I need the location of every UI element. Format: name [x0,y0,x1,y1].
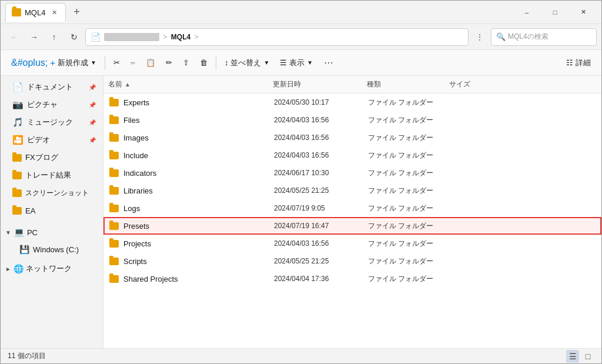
tab-close-button[interactable]: ✕ [49,7,59,18]
cell-type: ファイル フォルダー [368,151,450,161]
sidebar-item-ea[interactable]: EA [3,202,101,219]
cell-type: ファイル フォルダー [368,203,450,213]
up-button[interactable]: ↑ [45,28,63,46]
sidebar-item-trade[interactable]: トレード結果 [3,166,101,184]
detail-button[interactable]: ☷ 詳細 [561,53,596,73]
table-row[interactable]: Presets 2024/07/19 16:47 ファイル フォルダー [103,217,601,235]
fxblog-folder-icon [12,154,22,162]
maximize-button[interactable]: □ [541,3,568,22]
col-header-date[interactable]: 更新日時 [273,79,367,89]
refresh-button[interactable]: ↻ [65,28,83,46]
cell-date: 2024/06/17 10:30 [274,169,368,177]
view-label: 表示 [289,58,305,68]
cell-type: ファイル フォルダー [368,168,450,178]
toolbar-separator-2 [216,56,216,70]
table-row[interactable]: Files 2024/04/03 16:56 ファイル フォルダー [103,111,601,129]
more-button[interactable]: ⋯ [319,53,339,73]
search-box[interactable]: 🔍 MQL4の検索 [491,28,597,46]
sidebar-item-documents[interactable]: 📄 ドキュメント 📌 [3,78,101,96]
grid-view-button[interactable]: □ [581,350,594,363]
table-row[interactable]: Projects 2024/04/03 16:56 ファイル フォルダー [103,235,601,252]
table-row[interactable]: Experts 2024/05/30 10:17 ファイル フォルダー [103,93,601,111]
view-icon-toolbar: ☰ [280,58,287,67]
file-list: Experts 2024/05/30 10:17 ファイル フォルダー File… [103,93,601,348]
delete-button[interactable]: 🗑 [195,53,212,73]
cell-type: ファイル フォルダー [368,256,450,266]
back-button[interactable]: ← [5,28,23,46]
forward-button[interactable]: → [25,28,43,46]
view-chevron-icon: ▼ [307,59,313,66]
minimize-button[interactable]: – [513,3,540,22]
cell-name: Images [109,133,274,142]
table-row[interactable]: Logs 2024/07/19 9:05 ファイル フォルダー [103,199,601,217]
pin-icon-music: 📌 [89,119,96,126]
cell-date: 2024/07/19 9:05 [274,204,368,212]
cell-date: 2024/04/04 17:36 [274,275,368,283]
address-box[interactable]: 📄 path hidden > MQL4 > [85,28,469,46]
table-row[interactable]: Indicators 2024/06/17 10:30 ファイル フォルダー [103,164,601,182]
table-row[interactable]: Scripts 2024/05/25 21:25 ファイル フォルダー [103,252,601,270]
cell-type: ファイル フォルダー [368,274,450,284]
toolbar: &#oplus; + 新規作成 ▼ ✂ ⎓ 📋 ✏ ⇧ 🗑 ↕ 並べ替え ▼ [1,50,601,76]
table-row[interactable]: Images 2024/04/03 16:56 ファイル フォルダー [103,129,601,146]
sidebar-label-windows: Windows (C:) [33,245,79,254]
tab-mql4[interactable]: MQL4 ✕ [5,3,66,22]
trade-folder-icon [12,172,22,179]
tab-folder-icon [12,8,21,16]
col-header-type[interactable]: 種類 [367,79,449,89]
cell-date: 2024/05/30 10:17 [274,98,368,106]
sidebar-pc-collapse[interactable]: ▼ 💻 PC [1,224,103,241]
pin-icon-documents: 📌 [89,84,96,91]
sidebar-item-fxblog[interactable]: FXブログ [3,149,101,166]
rename-button[interactable]: ✏ [161,53,177,73]
sidebar-item-screenshot[interactable]: スクリーンショット [3,184,101,202]
col-header-size[interactable]: サイズ [449,79,496,89]
cell-name: Presets [109,222,274,231]
new-chevron-icon: ▼ [91,59,96,66]
address-path-blurred: path hidden > MQL4 > [104,33,463,41]
rename-icon: ✏ [166,58,172,67]
table-row[interactable]: Libraries 2024/05/25 21:25 ファイル フォルダー [103,182,601,199]
ea-folder-icon [12,207,22,215]
cell-name: Projects [109,239,274,248]
main-content: 📄 ドキュメント 📌 📷 ピクチャ 📌 🎵 ミュージック 📌 🎦 ビデオ 📌 [1,76,601,348]
new-tab-button[interactable]: + [68,4,85,21]
cut-button[interactable]: ✂ [109,53,125,73]
sidebar-item-windows[interactable]: 💾 Windows (C:) [3,241,101,258]
statusbar: 11 個の項目 ☰ □ [1,348,601,363]
col-header-name[interactable]: 名前 ▲ [108,79,273,89]
sidebar-label-network: ネットワーク [26,263,72,274]
cell-type: ファイル フォルダー [368,239,450,249]
list-view-button[interactable]: ☰ [566,350,579,363]
cell-type: ファイル フォルダー [368,221,450,231]
sort-button[interactable]: ↕ 並べ替え ▼ [220,53,274,73]
cell-date: 2024/04/03 16:56 [274,239,368,248]
table-row[interactable]: Include 2024/04/03 16:56 ファイル フォルダー [103,146,601,164]
sidebar-item-pictures[interactable]: 📷 ピクチャ 📌 [3,96,101,113]
file-header: 名前 ▲ 更新日時 種類 サイズ [103,76,601,93]
sidebar-item-music[interactable]: 🎵 ミュージック 📌 [3,113,101,131]
detail-label: 詳細 [576,58,591,68]
sidebar-label-pictures: ピクチャ [27,99,58,110]
toolbar-separator-1 [105,56,105,70]
music-icon: 🎵 [12,117,24,128]
share-button[interactable]: ⇧ [178,53,194,73]
tab-label: MQL4 [25,8,45,17]
sidebar-item-video[interactable]: 🎦 ビデオ 📌 [3,131,101,149]
table-row[interactable]: Shared Projects 2024/04/04 17:36 ファイル フォ… [103,270,601,288]
new-button[interactable]: &#oplus; + 新規作成 ▼ [6,53,101,73]
cell-date: 2024/04/03 16:56 [274,133,368,142]
close-button[interactable]: ✕ [570,3,597,22]
sidebar-network-collapse[interactable]: ► 🌐 ネットワーク [1,261,103,277]
copy-button[interactable]: ⎓ [126,53,140,73]
cell-date: 2024/04/03 16:56 [274,116,368,124]
sort-arrow-icon: ▲ [125,81,131,88]
pin-icon-pictures: 📌 [89,102,96,108]
new-label: 新規作成 [58,58,88,68]
address-more-button[interactable]: ⋮ [471,28,489,46]
view-button[interactable]: ☰ 表示 ▼ [275,53,317,73]
network-chevron-icon: ► [5,266,11,272]
paste-button[interactable]: 📋 [141,53,160,73]
cut-icon: ✂ [113,58,120,67]
statusbar-view-icons: ☰ □ [566,350,594,363]
